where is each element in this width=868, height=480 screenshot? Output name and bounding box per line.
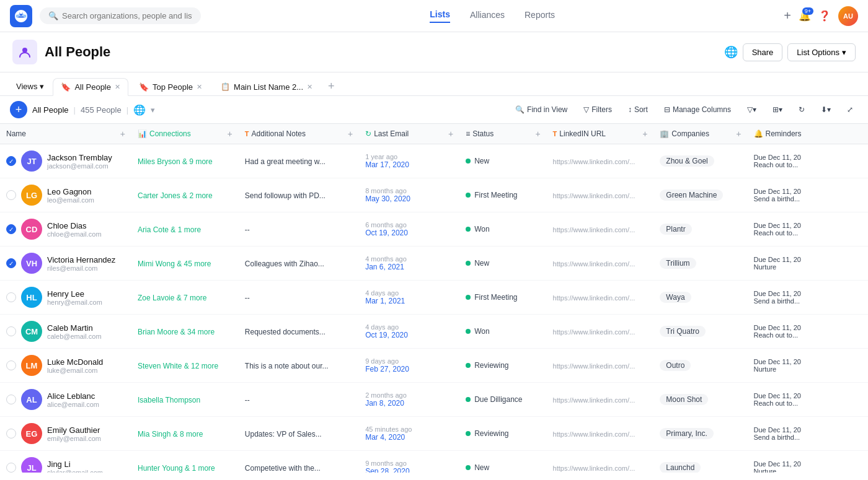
row-checkbox-4[interactable] [6, 292, 16, 302]
row-company-9[interactable]: Launchd [660, 462, 701, 473]
user-avatar[interactable]: AU [838, 6, 858, 26]
globe-button[interactable]: 🌐 [724, 45, 738, 59]
row-date-3[interactable]: Jan 6, 2021 [365, 263, 453, 271]
search-input[interactable] [62, 11, 192, 20]
tab-all-people[interactable]: 🔖 All People ✕ [53, 78, 128, 96]
row-linkedin-2[interactable]: https://www.linkedin.com/... [553, 226, 636, 233]
col-add-notes[interactable]: + [348, 129, 353, 139]
row-checkbox-1[interactable] [6, 190, 16, 200]
expand-button[interactable]: ⤢ [842, 103, 858, 116]
search-bar[interactable]: 🔍 [40, 7, 201, 24]
row-checkbox-7[interactable] [6, 395, 16, 404]
name-cell-4: HL Henry Lee henry@email.com [0, 281, 131, 315]
tab-close-main-list[interactable]: ✕ [307, 83, 312, 91]
row-checkbox-9[interactable] [6, 463, 16, 473]
nav-reports[interactable]: Reports [525, 10, 555, 22]
row-linkedin-7[interactable]: https://www.linkedin.com/... [553, 396, 636, 404]
add-record-button[interactable]: + [10, 101, 27, 118]
row-linkedin-0[interactable]: https://www.linkedin.com/... [553, 158, 636, 165]
row-date-1[interactable]: May 30, 2020 [365, 194, 453, 203]
manage-columns-button[interactable]: ⊟ Manage Columns [659, 103, 736, 116]
row-checkbox-3[interactable]: ✓ [6, 258, 16, 268]
row-reminder-text-9: Nurture [754, 468, 862, 473]
row-date-8[interactable]: Mar 4, 2020 [365, 433, 453, 442]
row-linkedin-3[interactable]: https://www.linkedin.com/... [553, 260, 636, 268]
row-connections-2[interactable]: Aria Cote & 1 more [138, 225, 201, 234]
download-button[interactable]: ⬇▾ [816, 103, 836, 116]
views-button[interactable]: Views ▾ [10, 78, 50, 95]
row-connections-8[interactable]: Mia Singh & 8 more [138, 430, 203, 439]
row-company-6[interactable]: Outro [660, 360, 691, 371]
row-linkedin-4[interactable]: https://www.linkedin.com/... [553, 294, 636, 302]
row-company-5[interactable]: Tri Quatro [660, 326, 706, 337]
row-connections-5[interactable]: Brian Moore & 34 more [138, 328, 215, 336]
row-connections-7[interactable]: Isabella Thompson [138, 396, 200, 404]
help-button[interactable]: ❓ [818, 10, 831, 22]
col-add-connections[interactable]: + [228, 129, 232, 139]
row-checkbox-0[interactable]: ✓ [6, 156, 16, 166]
nav-alliances[interactable]: Alliances [470, 10, 505, 22]
row-company-1[interactable]: Green Machine [660, 190, 723, 201]
row-date-6[interactable]: Feb 27, 2020 [365, 365, 453, 373]
row-linkedin-5[interactable]: https://www.linkedin.com/... [553, 328, 636, 336]
row-linkedin-8[interactable]: https://www.linkedin.com/... [553, 430, 636, 438]
grid-button[interactable]: ⊞▾ [768, 103, 787, 116]
tab-close-top-people[interactable]: ✕ [197, 83, 202, 91]
find-in-view-button[interactable]: 🔍 Find in View [510, 103, 572, 116]
row-date-9[interactable]: Sep 28, 2020 [365, 467, 453, 473]
row-date-4[interactable]: Mar 1, 2021 [365, 297, 453, 305]
row-name-2: Chloe Dias [47, 221, 102, 230]
name-cell-5: CM Caleb Martin caleb@email.com [0, 315, 131, 349]
row-checkbox-6[interactable] [6, 360, 16, 370]
row-company-3[interactable]: Trillium [660, 258, 696, 269]
row-connections-1[interactable]: Carter Jones & 2 more [138, 191, 213, 200]
check-icon: ✓ [9, 226, 14, 233]
row-linkedin-9[interactable]: https://www.linkedin.com/... [553, 465, 636, 472]
row-company-8[interactable]: Primary, Inc. [660, 428, 713, 439]
row-date-2[interactable]: Oct 19, 2020 [365, 229, 453, 237]
row-name-info-9: Jing Li skylar@email.com [47, 460, 103, 473]
row-checkbox-5[interactable] [6, 326, 16, 336]
tab-main-list[interactable]: 📋 Main List Name 2... ✕ [213, 78, 321, 96]
row-time-ago-4: 4 days ago [365, 289, 453, 297]
row-linkedin-1[interactable]: https://www.linkedin.com/... [553, 192, 636, 199]
col-add-status[interactable]: + [535, 129, 540, 139]
row-company-4[interactable]: Waya [660, 292, 691, 303]
filter-extra-button[interactable]: ▽▾ [742, 103, 761, 116]
row-connections-3[interactable]: Mimi Wong & 45 more [138, 260, 211, 268]
sort-button[interactable]: ↕ Sort [623, 103, 653, 116]
col-header-name: Name + [0, 124, 131, 144]
row-connections-0[interactable]: Miles Bryson & 9 more [138, 157, 213, 166]
dropdown-icon[interactable]: ▾ [151, 105, 155, 115]
col-add-email[interactable]: + [448, 129, 453, 139]
row-checkbox-8[interactable] [6, 429, 16, 439]
logo-icon[interactable] [10, 5, 32, 27]
row-company-0[interactable]: Zhou & Goel [660, 155, 714, 167]
col-add-linkedin[interactable]: + [642, 129, 647, 139]
add-tab-button[interactable]: + [323, 77, 340, 95]
row-date-0[interactable]: Mar 17, 2020 [365, 160, 453, 169]
notifications-button[interactable]: 🔔 9+ [799, 10, 811, 22]
row-company-2[interactable]: Plantr [660, 224, 691, 235]
tab-close-all-people[interactable]: ✕ [115, 83, 120, 91]
filters-button[interactable]: ▽ Filters [578, 103, 617, 116]
tab-top-people[interactable]: 🔖 Top People ✕ [131, 78, 210, 96]
row-connections-4[interactable]: Zoe Lavoie & 7 more [138, 294, 206, 302]
row-connections-6[interactable]: Steven White & 12 more [138, 362, 218, 370]
globe-small-icon[interactable]: 🌐 [133, 104, 146, 116]
nav-lists[interactable]: Lists [430, 9, 450, 23]
row-checkbox-2[interactable]: ✓ [6, 224, 16, 234]
row-date-5[interactable]: Oct 19, 2020 [365, 331, 453, 339]
add-button[interactable]: + [784, 9, 791, 23]
list-options-button[interactable]: List Options ▾ [787, 43, 856, 61]
col-add-companies[interactable]: + [736, 129, 741, 139]
col-add-name[interactable]: + [120, 129, 125, 139]
email-cell-8: 45 minutes ago Mar 4, 2020 [359, 417, 459, 451]
row-company-7[interactable]: Moon Shot [660, 394, 708, 405]
row-name-6: Luke McDonald [47, 357, 103, 367]
refresh-button[interactable]: ↻ [794, 103, 810, 116]
row-date-7[interactable]: Jan 8, 2020 [365, 399, 453, 408]
share-button[interactable]: Share [743, 43, 783, 61]
row-linkedin-6[interactable]: https://www.linkedin.com/... [553, 362, 636, 370]
row-connections-9[interactable]: Hunter Young & 1 more [138, 464, 215, 473]
